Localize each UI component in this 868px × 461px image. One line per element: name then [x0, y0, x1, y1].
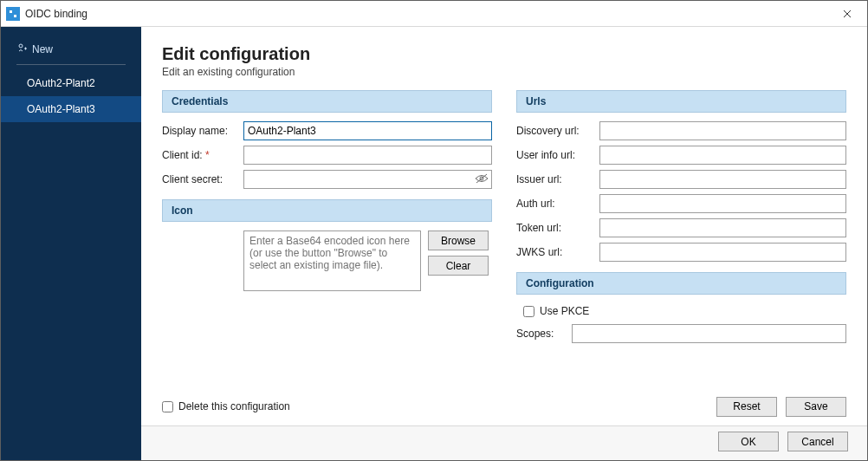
eye-slash-icon[interactable]	[475, 172, 489, 186]
save-button[interactable]: Save	[786, 397, 846, 417]
window-close-button[interactable]	[827, 1, 867, 27]
sidebar-item-oauth2-plant2[interactable]: OAuth2-Plant2	[1, 70, 141, 96]
credentials-grid: Display name: Client id: * Client secret…	[162, 121, 492, 189]
icon-buttons: Browse Clear	[428, 230, 492, 276]
configuration-section-header: Configuration	[516, 272, 846, 295]
use-pkce-label: Use PKCE	[540, 305, 589, 317]
action-bar: Delete this configuration Reset Save	[141, 394, 867, 425]
svg-rect-1	[10, 10, 12, 13]
discovery-url-input[interactable]	[599, 121, 846, 140]
client-id-label: Client id: *	[162, 149, 236, 161]
page-heading: Edit configuration	[162, 44, 846, 64]
new-label: New	[32, 43, 53, 55]
client-secret-label: Client secret:	[162, 173, 236, 185]
sidebar: New OAuth2-Plant2 OAuth2-Plant3	[1, 27, 141, 460]
icon-textarea[interactable]	[243, 230, 421, 291]
right-column: Urls Discovery url: User info url: Issue…	[516, 90, 846, 343]
client-secret-input[interactable]	[243, 170, 492, 189]
ok-button[interactable]: OK	[718, 432, 779, 451]
new-icon	[16, 42, 27, 55]
left-column: Credentials Display name: Client id: * C…	[162, 90, 492, 343]
display-name-input[interactable]	[243, 121, 492, 140]
required-marker: *	[205, 149, 210, 161]
delete-config-checkbox[interactable]	[162, 401, 173, 412]
auth-url-label: Auth url:	[516, 198, 593, 210]
window-title: OIDC binding	[25, 8, 827, 20]
main-panel: Edit configuration Edit an existing conf…	[141, 27, 867, 460]
browse-button[interactable]: Browse	[428, 230, 489, 250]
sidebar-item-oauth2-plant3[interactable]: OAuth2-Plant3	[1, 96, 141, 122]
title-bar: OIDC binding	[1, 1, 867, 27]
userinfo-url-input[interactable]	[599, 146, 846, 165]
client-id-input[interactable]	[243, 146, 492, 165]
issuer-url-label: Issuer url:	[516, 173, 593, 185]
display-name-label: Display name:	[162, 125, 236, 137]
jwks-url-input[interactable]	[599, 243, 846, 262]
new-configuration-button[interactable]: New	[1, 37, 141, 64]
cancel-button[interactable]: Cancel	[787, 432, 848, 451]
content: Edit configuration Edit an existing conf…	[141, 27, 867, 394]
sidebar-item-label: OAuth2-Plant2	[27, 77, 95, 89]
reset-button[interactable]: Reset	[716, 397, 777, 417]
client-secret-wrap	[243, 170, 492, 189]
delete-config-label: Delete this configuration	[178, 400, 290, 412]
dialog-window: OIDC binding New OAuth2-Plant2 OAuth2-Pl…	[0, 0, 868, 461]
scopes-label: Scopes:	[516, 328, 565, 340]
sidebar-divider	[16, 64, 126, 65]
discovery-url-label: Discovery url:	[516, 125, 593, 137]
use-pkce-row: Use PKCE	[516, 303, 846, 324]
scopes-grid: Scopes:	[516, 324, 846, 343]
token-url-input[interactable]	[599, 218, 846, 237]
userinfo-url-label: User info url:	[516, 149, 593, 161]
icon-section-header: Icon	[162, 199, 492, 222]
close-icon	[843, 7, 852, 21]
icon-row: Browse Clear	[162, 230, 492, 291]
token-url-label: Token url:	[516, 222, 593, 234]
svg-point-3	[19, 44, 23, 48]
delete-config-row: Delete this configuration	[162, 400, 290, 412]
use-pkce-checkbox[interactable]	[523, 306, 534, 317]
urls-grid: Discovery url: User info url: Issuer url…	[516, 121, 846, 262]
app-icon	[6, 7, 20, 21]
window-body: New OAuth2-Plant2 OAuth2-Plant3 Edit con…	[1, 27, 867, 460]
auth-url-input[interactable]	[599, 194, 846, 213]
credentials-section-header: Credentials	[162, 90, 492, 113]
sidebar-item-label: OAuth2-Plant3	[27, 103, 95, 115]
svg-rect-2	[14, 15, 16, 17]
page-subtitle: Edit an existing configuration	[162, 66, 846, 78]
jwks-url-label: JWKS url:	[516, 246, 593, 258]
form-columns: Credentials Display name: Client id: * C…	[162, 90, 846, 343]
svg-rect-0	[8, 9, 18, 19]
urls-section-header: Urls	[516, 90, 846, 113]
scopes-input[interactable]	[572, 324, 846, 343]
dialog-footer: OK Cancel	[141, 425, 867, 460]
clear-button[interactable]: Clear	[428, 256, 489, 276]
issuer-url-input[interactable]	[599, 170, 846, 189]
